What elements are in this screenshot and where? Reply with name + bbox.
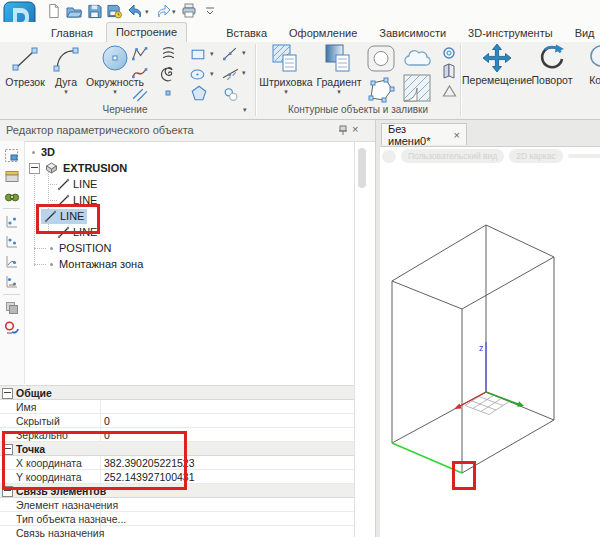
object-box-button[interactable] xyxy=(4,168,20,186)
tree-item-extrusion[interactable]: EXTRUSION xyxy=(29,160,127,176)
gradient-button[interactable]: Градиент ▾ xyxy=(314,43,364,95)
rings-icon[interactable] xyxy=(222,85,240,105)
ellipse-icon[interactable] xyxy=(190,66,207,85)
tab-vstavka[interactable]: Вставка xyxy=(217,24,276,42)
tree-item-montazhnaya-zona[interactable]: Монтажная зона xyxy=(50,256,143,272)
tree-bullet xyxy=(32,151,35,154)
double-line-icon[interactable] xyxy=(131,85,148,104)
collapse-icon[interactable] xyxy=(29,163,40,174)
hatch-dropdown-icon: ▾ xyxy=(284,88,288,95)
property-row-svyaz-naznacheniya[interactable]: Связь назначения xyxy=(0,526,354,537)
collapse-icon[interactable] xyxy=(2,388,13,399)
construction-line-dropdown-icon[interactable]: ▾ xyxy=(242,69,246,76)
tab-3d-instrumenty[interactable]: 3D-инструменты xyxy=(459,24,562,42)
panel-close-icon[interactable]: × xyxy=(352,123,358,135)
ellipse-dropdown-icon[interactable]: ▾ xyxy=(210,70,214,77)
point-line-dropdown-icon[interactable]: ▾ xyxy=(242,49,246,56)
property-group-svyaz-elementov[interactable]: Связь элементов xyxy=(0,484,354,498)
arc-button[interactable]: Дуга ▾ xyxy=(48,43,84,95)
tree-item-line-3-selected[interactable]: LINE xyxy=(41,208,87,224)
property-row-y-coordinate[interactable]: Y координата252.143927100431 xyxy=(0,470,354,484)
collapse-icon[interactable] xyxy=(2,444,13,455)
line-icon xyxy=(57,226,70,239)
boundary-polyline-icon[interactable] xyxy=(366,75,396,107)
rotate-icon xyxy=(537,43,567,73)
tab-oformlenie[interactable]: Оформление xyxy=(280,24,366,42)
tree-item-line-2[interactable]: LINE xyxy=(57,192,97,208)
boundary-circle-icon[interactable] xyxy=(366,44,396,75)
tab-postroenie[interactable]: Построение xyxy=(106,22,187,42)
tab-glavnaya[interactable]: Главная xyxy=(42,24,102,42)
open-file-button[interactable] xyxy=(66,3,84,19)
undo-button[interactable] xyxy=(128,3,146,19)
region-hatch-icon[interactable] xyxy=(402,73,432,105)
save-button[interactable] xyxy=(87,3,105,19)
tab-close-icon[interactable]: × xyxy=(454,129,460,141)
new-file-button[interactable] xyxy=(46,3,64,19)
point-icon[interactable] xyxy=(162,87,174,101)
print-button[interactable] xyxy=(181,3,199,19)
property-row-zerkalno[interactable]: Зеркально0 xyxy=(0,428,354,442)
move-button[interactable]: Перемещение xyxy=(466,43,528,86)
property-row-element-naznacheniya[interactable]: Элемент назначения xyxy=(0,498,354,512)
copy-properties-button[interactable] xyxy=(4,300,20,318)
spline-icon[interactable] xyxy=(131,65,148,84)
hatch-button[interactable]: Штриховка ▾ xyxy=(260,43,312,95)
revision-cloud-icon[interactable] xyxy=(402,45,432,73)
editor-tool-strip xyxy=(0,141,25,384)
tree-guide-line xyxy=(48,184,57,185)
rectangle-icon[interactable] xyxy=(190,46,207,65)
tree-scrollbar-thumb[interactable] xyxy=(358,148,366,188)
line-segment-button[interactable]: Отрезок xyxy=(2,43,48,88)
collapse-icon[interactable] xyxy=(2,486,13,497)
property-row-tip-obekta[interactable]: Тип объекта назначе... xyxy=(0,512,354,526)
gradient-icon xyxy=(324,43,354,75)
constraint-tool-2-button[interactable] xyxy=(4,234,20,252)
dbo-tool-button[interactable] xyxy=(4,320,20,338)
point-line-icon[interactable] xyxy=(222,45,239,64)
polygon-icon[interactable] xyxy=(190,84,208,104)
customize-quick-access-icon[interactable] xyxy=(205,6,223,22)
triangle-icon[interactable] xyxy=(442,84,457,100)
construction-line-icon[interactable] xyxy=(222,65,239,84)
move-icon xyxy=(482,43,512,73)
property-group-tochka[interactable]: Точка xyxy=(0,442,354,456)
redo-button[interactable] xyxy=(155,3,173,19)
group-cherchenie-dialog-launcher-icon[interactable]: ▾ xyxy=(243,106,247,113)
spiral-icon[interactable] xyxy=(160,65,177,84)
undo-dropdown-icon[interactable]: ▾ xyxy=(145,8,149,15)
property-group-obshchie[interactable]: Общие xyxy=(0,386,354,400)
search-binoculars-button[interactable] xyxy=(4,188,20,206)
line-icon xyxy=(44,210,57,223)
line-icon xyxy=(57,178,70,191)
property-row-imya[interactable]: Имя xyxy=(0,400,354,414)
pin-icon[interactable] xyxy=(337,124,349,136)
tree-item-3d[interactable]: 3D xyxy=(32,144,55,160)
rectangle-dropdown-icon[interactable]: ▾ xyxy=(210,50,214,57)
document-tab[interactable]: Без имени0* × xyxy=(381,123,467,145)
z-axis-label: z xyxy=(479,343,484,353)
tab-vid[interactable]: Вид xyxy=(566,24,600,42)
constraint-tool-3-button[interactable] xyxy=(4,254,20,272)
3d-model-viewport[interactable]: z xyxy=(380,146,600,537)
tree-item-position[interactable]: POSITION xyxy=(50,240,112,256)
selected-line-edge[interactable] xyxy=(392,443,462,473)
helix-icon[interactable] xyxy=(160,45,177,64)
ucs-axes: z xyxy=(454,342,524,409)
select-elements-button[interactable] xyxy=(4,148,20,166)
polyline-icon[interactable] xyxy=(131,45,148,64)
save-as-button[interactable] xyxy=(107,3,125,19)
redo-dropdown-icon[interactable]: ▾ xyxy=(172,8,176,15)
ribbon: Отрезок Дуга ▾ Окружность ▾ xyxy=(0,42,600,120)
constraint-tool-4-button[interactable] xyxy=(4,274,20,292)
copy-button[interactable]: Коп xyxy=(578,43,600,86)
tree-item-line-1[interactable]: LINE xyxy=(57,176,97,192)
tree-item-line-4[interactable]: LINE xyxy=(57,224,97,240)
wipeout-icon[interactable] xyxy=(442,63,456,81)
constraint-tool-1-button[interactable] xyxy=(4,214,20,232)
property-row-x-coordinate[interactable]: X координата382.390205221523 xyxy=(0,456,354,470)
property-row-skrytyi[interactable]: Скрытый0 xyxy=(0,414,354,428)
tab-zavisimosti[interactable]: Зависимости xyxy=(370,24,455,42)
rotate-button[interactable]: Поворот xyxy=(528,43,576,86)
donut-icon[interactable] xyxy=(442,46,456,62)
